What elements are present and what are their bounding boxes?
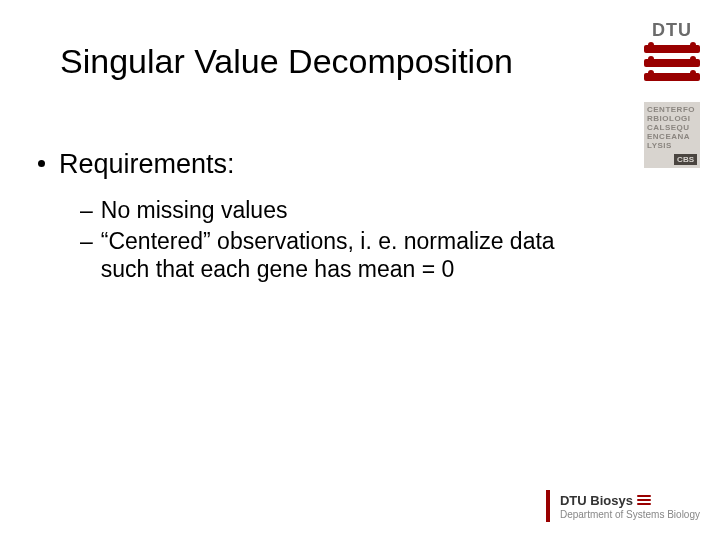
dtu-logo-icon <box>644 45 700 81</box>
dtu-logo-text: DTU <box>644 20 700 41</box>
slide-body: Requirements: – No missing values – “Cen… <box>38 148 598 286</box>
cbs-logo-badge: CBS <box>674 154 697 165</box>
slide-title: Singular Value Decomposition <box>60 42 513 81</box>
bullet-dash-icon: – <box>80 227 93 256</box>
footer-logo: DTU Biosys Department of Systems Biology <box>546 490 700 522</box>
footer-logo-bar-icon <box>546 490 550 522</box>
bullet-dash-icon: – <box>80 196 93 225</box>
bullet-level2: – “Centered” observations, i. e. normali… <box>80 227 598 285</box>
footer-logo-mark-icon <box>637 495 651 505</box>
cbs-logo: CENTERFO RBIOLOGI CALSEQU ENCEANA LYSIS … <box>644 102 700 168</box>
bullet-dot-icon <box>38 160 45 167</box>
bullet-text: No missing values <box>101 196 288 225</box>
bullet-level1: Requirements: <box>38 148 598 182</box>
cbs-logo-text: CENTERFO RBIOLOGI CALSEQU ENCEANA LYSIS <box>647 105 697 150</box>
footer-logo-title: DTU Biosys <box>560 493 633 508</box>
slide: Singular Value Decomposition Requirement… <box>0 0 720 540</box>
footer-logo-line2: Department of Systems Biology <box>560 509 700 520</box>
footer-logo-line1: DTU Biosys <box>560 493 700 508</box>
bullet-level2: – No missing values <box>80 196 598 225</box>
dtu-logo: DTU <box>644 20 700 81</box>
bullet-text: “Centered” observations, i. e. normalize… <box>101 227 598 285</box>
bullet-text: Requirements: <box>59 148 235 182</box>
